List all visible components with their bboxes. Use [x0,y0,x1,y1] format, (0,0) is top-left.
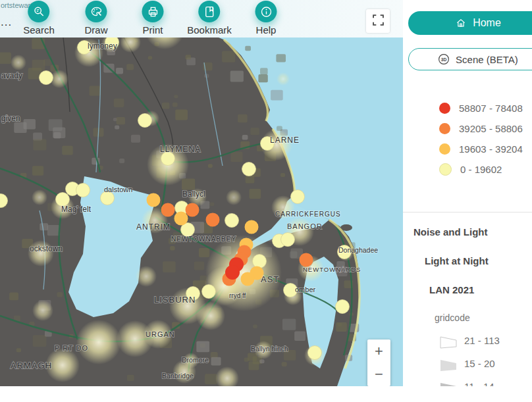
print-icon [142,1,164,22]
home-button[interactable]: Home [408,11,532,35]
map-label: LLYMENA [160,145,201,154]
map-label: ANTRIM [136,222,171,232]
gridcode-row: 11 - 14 [403,375,532,386]
map-label: URGAN [146,330,175,338]
svg-text:3D: 3D [441,57,447,62]
town-glow [11,55,26,70]
map-label: dalstown [104,186,132,193]
map-point-level-0[interactable] [225,214,239,228]
draw-icon [85,1,107,22]
bookmark-icon [199,1,221,22]
gridcode-swatch [440,333,458,349]
more-tools-button[interactable]: ... [1,16,12,29]
legend-range-label: 19603 - 39204 [459,143,523,155]
toolbar-item-search[interactable]: Search [23,1,55,36]
map-label: Ballycl [182,189,205,199]
map-point-level-0[interactable] [291,190,305,204]
help-icon [255,1,277,22]
map-point-level-0[interactable] [138,114,152,128]
map-point-level-1[interactable] [174,212,188,226]
map-label: LARNE [270,136,300,145]
map-label: given [1,114,20,123]
map-label: P RT DO [55,344,88,352]
map-label: Banbridge [162,372,194,380]
legend-row: 19603 - 39204 [403,139,532,159]
map-label: rryd ff [229,292,246,299]
map-label: Ballyn hinch [251,345,288,353]
app-window: lymoneyavadygivenLLYMENALARNEdalstownBal… [0,0,532,402]
map-point-level-2[interactable] [206,213,220,227]
map-point-level-2[interactable] [300,253,313,267]
home-button-label: Home [473,17,501,29]
gridcode-swatch [440,356,458,372]
scene-button-label: Scene (BETA) [456,54,518,65]
legend-range-label: 58807 - 78408 [459,103,523,114]
map-label: CARRICKFERGUS [275,211,341,218]
map-canvas[interactable]: lymoneyavadygivenLLYMENALARNEdalstownBal… [0,0,403,386]
legend-swatch-circle [439,143,450,155]
zoom-in-button[interactable]: + [367,339,390,363]
map-label: ARMAGH [11,361,52,370]
map-viewer: lymoneyavadygivenLLYMENALARNEdalstownBal… [0,0,532,386]
town-glow [136,266,157,287]
town-glow [196,301,225,330]
map-point-level-0[interactable] [40,71,53,85]
map-point-level-0[interactable] [76,184,90,197]
map-point-level-0[interactable] [253,255,267,268]
basemap: lymoneyavadygivenLLYMENALARNEdalstownBal… [0,0,403,386]
gridcode-range-label: 11 - 14 [464,381,494,386]
map-label: NEWTOWNARDS [303,266,361,273]
toolbar-item-label: Search [23,24,55,36]
legend-swatch-circle [439,163,452,176]
legend-range-label: 0 - 19602 [460,164,502,175]
map-point-level-0[interactable] [308,346,322,360]
map-point-level-1[interactable] [245,220,259,234]
map-point-level-1[interactable] [147,193,161,207]
legend-row: 0 - 19602 [403,159,532,180]
town-glow [226,189,242,205]
toolbar-item-help[interactable]: Help [255,1,277,36]
scene-button[interactable]: 3D Scene (BETA) [408,48,532,70]
fullscreen-icon [373,14,384,28]
gridcode-range-label: 21 - 113 [464,335,500,346]
fullscreen-button[interactable] [366,9,390,33]
toolbar-item-draw[interactable]: Draw [84,1,107,36]
map-label: BANGOR [287,222,323,230]
map-label: lymoney [88,41,117,51]
map-label: avady [1,71,22,80]
legend-row: 58807 - 78408 [403,98,532,118]
toolbar-item-bookmark[interactable]: Bookmark [187,1,232,36]
map-point-level-2[interactable] [186,203,200,217]
toolbar-item-label: Bookmark [187,24,232,36]
map-point-level-1[interactable] [241,272,255,286]
gridcode-legend: 21 - 11315 - 2011 - 14 [403,329,532,386]
map-point-level-0[interactable] [202,285,216,299]
legend-row: 39205 - 58806 [403,118,532,139]
map-label: LISBURN [154,295,196,305]
town-glow [76,320,121,364]
map-point-level-3[interactable] [225,265,240,280]
toolbar-item-label: Print [143,24,163,36]
legend-sublayer-title: LAN 2021 [429,284,474,295]
legend-layer-title: Light at Night [425,255,489,266]
point-legend: 58807 - 7840839205 - 5880619603 - 392040… [403,98,532,180]
side-panel: Home 3D Scene (BETA) 58807 - 7840839205 … [403,0,532,386]
town-glow [32,300,53,321]
3d-icon: 3D [438,53,450,65]
town-glow [277,72,290,86]
map-label: Donaghadee [338,246,378,254]
zoom-out-button[interactable]: − [367,363,390,387]
map-point-level-0[interactable] [281,233,295,247]
gridcode-range-label: 15 - 20 [464,358,495,369]
map-point-level-2[interactable] [161,203,175,217]
map-point-level-0[interactable] [336,300,350,314]
map-point-level-0[interactable] [242,163,256,176]
map-label: Dromore [182,356,209,364]
map-label: AST [261,274,279,284]
gridcode-swatch [440,379,458,387]
panel-divider [403,212,532,213]
map-label: ockstown [30,244,63,253]
town-glow [32,189,47,205]
home-icon [455,17,467,29]
toolbar-item-print[interactable]: Print [142,1,164,36]
